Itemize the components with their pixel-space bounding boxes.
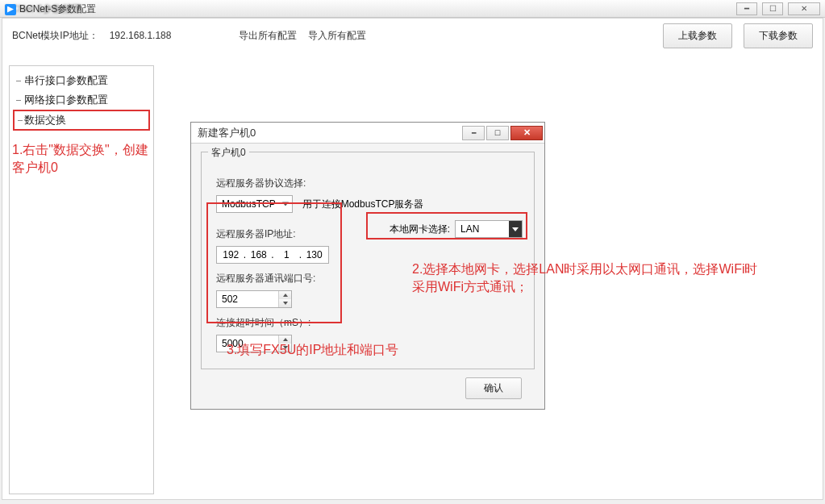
tree-item-data-exchange[interactable]: 数据交换 <box>13 110 150 131</box>
toolbar: BCNet模块IP地址： 192.168.1.188 导出所有配置 导入所有配置… <box>2 19 823 52</box>
nic-select[interactable]: LAN <box>455 220 523 238</box>
annotation-3: 3.填写FX5U的IP地址和端口号 <box>227 341 398 359</box>
chevron-down-icon <box>282 202 289 206</box>
outer-window-titlebar: BCNet-S参数配置 ━ ☐ ✕ <box>0 0 825 18</box>
app-title: BCNet-S参数配置 <box>19 2 96 16</box>
tree-panel: 串行接口参数配置 网络接口参数配置 数据交换 <box>9 65 154 494</box>
dialog-minimize-button[interactable]: ━ <box>462 126 485 140</box>
outer-close-button[interactable]: ✕ <box>788 2 820 15</box>
remote-ip-label: 远程服务器IP地址: <box>216 227 296 241</box>
app-window: BCNet模块IP地址： 192.168.1.188 导出所有配置 导入所有配置… <box>2 18 823 500</box>
remote-port-input[interactable]: 502 <box>216 290 292 308</box>
remote-port-label: 远程服务器通讯端口号: <box>216 272 315 285</box>
dialog-maximize-button[interactable]: ☐ <box>486 126 509 140</box>
dialog-close-button[interactable]: ✕ <box>510 126 543 140</box>
protocol-label: 远程服务器协议选择: <box>216 177 306 190</box>
group-legend: 客户机0 <box>208 146 249 160</box>
dialog-titlebar[interactable]: 新建客户机0 ━ ☐ ✕ <box>191 123 544 144</box>
outer-maximize-button[interactable]: ☐ <box>762 2 783 15</box>
remote-port-value: 502 <box>222 294 238 305</box>
body-area: 串行接口参数配置 网络接口参数配置 数据交换 1.右击"数据交换"，创建客户机0… <box>9 59 816 494</box>
dialog-title: 新建客户机0 <box>198 126 462 140</box>
nic-value: LAN <box>460 223 479 235</box>
tree-item-serial[interactable]: 串行接口参数配置 <box>13 71 150 90</box>
app-icon <box>5 4 16 15</box>
export-config-link[interactable]: 导出所有配置 <box>239 29 297 43</box>
spin-up-icon[interactable] <box>279 291 291 299</box>
confirm-button[interactable]: 确认 <box>465 377 522 399</box>
outer-minimize-button[interactable]: ━ <box>736 2 757 15</box>
nic-label: 本地网卡选择: <box>390 223 450 236</box>
protocol-select[interactable]: ModbusTCP <box>216 195 293 213</box>
chevron-down-icon <box>509 221 522 237</box>
ip-oct4[interactable]: 130 <box>304 249 325 260</box>
ip-value: 192.168.1.188 <box>110 30 172 41</box>
annotation-2: 2.选择本地网卡，选择LAN时采用以太网口通讯，选择WiFi时采用WiFi方式通… <box>412 260 767 297</box>
protocol-value: ModbusTCP <box>222 198 276 210</box>
protocol-hint: 用于连接ModbusTCP服务器 <box>302 198 424 211</box>
spin-down-icon[interactable] <box>279 299 291 307</box>
timeout-label: 连接超时时间（mS）: <box>216 316 310 330</box>
annotation-1: 1.右击"数据交换"，创建客户机0 <box>12 141 157 177</box>
remote-ip-input[interactable]: 192. 168. 1. 130 <box>216 246 329 264</box>
ip-oct2[interactable]: 168 <box>248 249 269 260</box>
tree-item-network[interactable]: 网络接口参数配置 <box>13 90 150 110</box>
upload-params-button[interactable]: 上载参数 <box>663 23 732 48</box>
import-config-link[interactable]: 导入所有配置 <box>308 29 366 43</box>
ip-label: BCNet模块IP地址： <box>12 29 98 43</box>
download-params-button[interactable]: 下载参数 <box>744 23 813 48</box>
ip-oct1[interactable]: 192 <box>220 249 241 260</box>
ip-oct3[interactable]: 1 <box>276 249 297 260</box>
